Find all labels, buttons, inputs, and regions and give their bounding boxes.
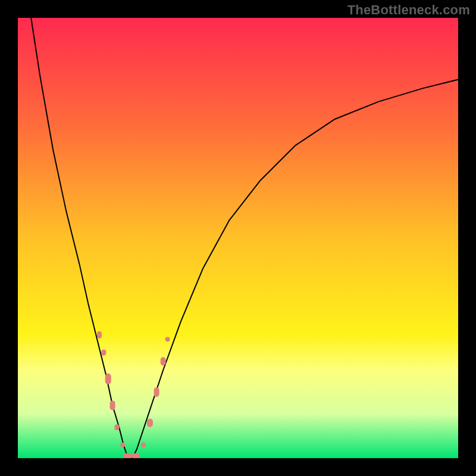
plot-area bbox=[18, 18, 458, 458]
watermark-text: TheBottleneck.com bbox=[347, 2, 470, 18]
data-marker bbox=[105, 374, 111, 384]
data-marker bbox=[141, 443, 146, 447]
data-marker bbox=[165, 337, 170, 342]
data-marker bbox=[115, 424, 120, 430]
data-marker bbox=[97, 331, 102, 339]
data-marker bbox=[131, 453, 140, 458]
data-marker bbox=[161, 357, 166, 365]
data-marker bbox=[154, 387, 159, 397]
data-marker bbox=[123, 453, 133, 458]
chart-svg bbox=[18, 18, 458, 458]
data-marker bbox=[110, 400, 115, 410]
data-marker bbox=[147, 419, 153, 427]
data-marker bbox=[120, 443, 125, 447]
data-marker bbox=[101, 349, 106, 355]
chart-frame: TheBottleneck.com bbox=[0, 0, 476, 476]
background-gradient bbox=[18, 18, 458, 458]
